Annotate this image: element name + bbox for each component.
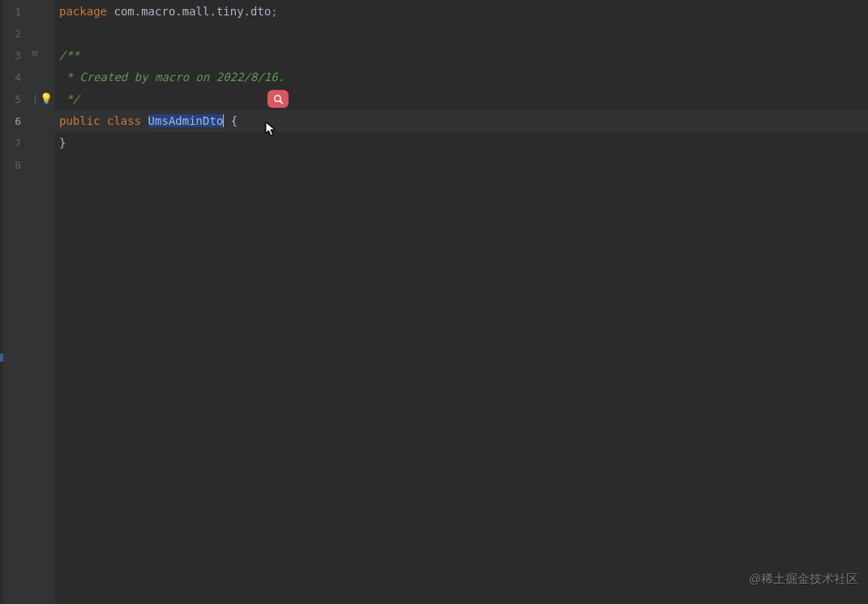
javadoc-open: /** [59, 49, 79, 62]
package-path: com.macro.mall.tiny.dto [113, 5, 271, 18]
code-line-4[interactable]: * Created by macro on 2022/8/16. [55, 66, 868, 88]
javadoc-close: */ [59, 92, 79, 105]
code-content[interactable]: package com.macro.mall.tiny.dto; /** * C… [55, 0, 868, 604]
code-line-7[interactable]: } [55, 132, 868, 154]
left-margin [0, 0, 3, 604]
line-number[interactable]: 6 [3, 110, 21, 132]
brace-open: { [231, 114, 237, 127]
line-number[interactable]: 7 [3, 132, 21, 154]
fold-toggle-icon[interactable]: ⊟ [32, 49, 38, 58]
code-line-5[interactable]: */ [55, 88, 868, 110]
line-number[interactable]: 1 [3, 1, 21, 23]
line-number-gutter[interactable]: 1 2 3 4 5 6 7 8 [3, 0, 29, 604]
line-number[interactable]: 5 [3, 88, 21, 110]
line-number[interactable]: 4 [3, 66, 21, 88]
watermark-text: @稀土掘金技术社区 [749, 568, 858, 589]
code-line-2[interactable] [55, 23, 868, 45]
keyword-public: public [59, 114, 100, 127]
class-name-selected[interactable]: UmsAdminDto [148, 114, 224, 127]
keyword-class: class [107, 114, 141, 127]
javadoc-body: * Created by macro on 2022/8/16. [59, 71, 284, 84]
code-line-3[interactable]: /** [55, 45, 868, 66]
code-line-8[interactable] [55, 154, 868, 176]
brace-close: } [59, 136, 66, 149]
fold-gutter: ⊟ ⌋ 💡 [29, 0, 55, 604]
search-badge-icon[interactable] [267, 90, 289, 108]
line-number[interactable]: 2 [3, 23, 21, 45]
fold-end-icon: ⌋ [32, 94, 38, 103]
semicolon: ; [271, 5, 277, 18]
svg-line-1 [280, 101, 282, 103]
line-number[interactable]: 8 [3, 154, 21, 176]
code-editor: 1 2 3 4 5 6 7 8 ⊟ ⌋ 💡 package com.macro.… [0, 0, 868, 604]
keyword-package: package [59, 5, 107, 18]
code-line-6[interactable]: public class UmsAdminDto { [55, 110, 868, 132]
intention-bulb-icon[interactable]: 💡 [40, 92, 53, 105]
code-line-1[interactable]: package com.macro.mall.tiny.dto; [55, 1, 868, 23]
line-number[interactable]: 3 [3, 45, 21, 66]
margin-marker [0, 353, 3, 362]
